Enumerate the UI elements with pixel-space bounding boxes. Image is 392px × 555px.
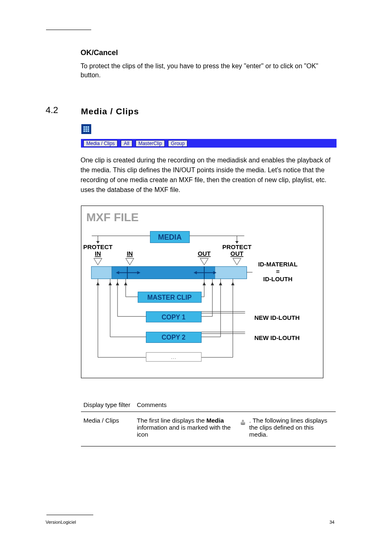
footer-left: VersionLogiciel [46, 520, 76, 525]
th-filter: Display type filter [81, 398, 134, 412]
cell-filter: Media / Clips [81, 412, 134, 446]
stack-icon [240, 417, 246, 428]
comment-after: information and is marked with the icon [137, 424, 231, 438]
th-comments: Comments [134, 398, 336, 412]
toolbar-btn-group[interactable]: Group [168, 140, 187, 147]
svg-text:PROTECT: PROTECT [83, 243, 113, 250]
svg-text:IN: IN [95, 250, 101, 257]
svg-marker-10 [94, 258, 102, 265]
svg-text:ID-LOUTH: ID-LOUTH [263, 275, 293, 282]
table-row: Media / Clips The first line displays th… [81, 412, 336, 446]
text-okcancel: To protect the clips of the list, you ha… [81, 62, 335, 80]
svg-text:MEDIA: MEDIA [158, 233, 182, 241]
svg-text:IN: IN [127, 250, 133, 257]
comment-bold: Media [206, 417, 224, 424]
toolbar-btn-masterclip[interactable]: MasterClip [136, 140, 165, 147]
filter-table: Display type filter Comments Media / Cli… [81, 398, 336, 446]
heading-okcancel: OK/Cancel [81, 49, 118, 57]
page-number: 34 [330, 520, 334, 525]
comment-tail: . The following lines displays the clips… [249, 417, 333, 438]
cell-comment: The first line displays the Media inform… [134, 412, 336, 446]
svg-text:OUT: OUT [231, 250, 243, 257]
svg-text:NEW ID-LOUTH: NEW ID-LOUTH [254, 334, 300, 341]
toolbar: Media / Clips All MasterClip Group [81, 139, 337, 148]
svg-marker-11 [126, 258, 134, 265]
svg-text:MASTER CLIP: MASTER CLIP [147, 294, 191, 301]
toolbar-btn-all[interactable]: All [121, 140, 132, 147]
grid-icon[interactable] [81, 124, 91, 134]
heading-mediaclips: Media / Clips [81, 106, 139, 116]
intro-text: One clip is created during the recording… [81, 155, 335, 195]
svg-text:…: … [171, 354, 176, 360]
svg-text:COPY 1: COPY 1 [161, 314, 185, 321]
svg-text:ID-MATERIAL: ID-MATERIAL [258, 261, 297, 268]
svg-text:OUT: OUT [198, 250, 210, 257]
section-number: 4.2 [46, 105, 58, 116]
footer-rule [46, 515, 93, 515]
toolbar-btn-media-clips[interactable]: Media / Clips [83, 140, 118, 147]
svg-marker-13 [233, 258, 241, 265]
mxf-diagram: MXF FILE MEDIA PROTECT IN PROTECT OUT IN… [81, 206, 323, 378]
svg-marker-12 [200, 258, 208, 265]
comment-before: The first line displays the [137, 417, 206, 424]
dots-grid-icon [83, 126, 89, 132]
diagram-svg: MEDIA PROTECT IN PROTECT OUT IN OUT [81, 206, 323, 378]
svg-text:COPY 2: COPY 2 [161, 334, 185, 341]
svg-text:=: = [276, 268, 280, 275]
svg-text:NEW ID-LOUTH: NEW ID-LOUTH [254, 314, 300, 321]
svg-text:PROTECT: PROTECT [222, 243, 251, 250]
top-rule [46, 30, 91, 30]
svg-point-60 [241, 421, 245, 423]
